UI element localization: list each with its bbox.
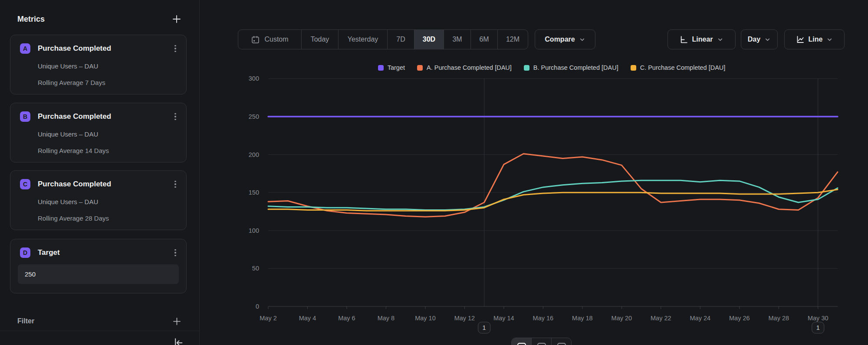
annotation-badge-label: 1 xyxy=(816,324,820,331)
x-axis-tick-label: May 8 xyxy=(378,315,395,322)
y-axis-tick-label: 200 xyxy=(249,151,259,158)
x-axis-tick-label: May 6 xyxy=(338,315,355,322)
y-axis-tick-label: 50 xyxy=(252,265,259,272)
line-chart-plot[interactable]: 050100150200250300May 2May 4May 6May 8Ma… xyxy=(0,0,868,345)
y-axis-tick-label: 100 xyxy=(249,227,259,234)
x-axis-tick-label: May 24 xyxy=(690,315,711,322)
x-axis-tick-label: May 4 xyxy=(299,315,316,322)
x-axis-tick-label: May 18 xyxy=(572,315,593,322)
x-axis-tick-label: May 12 xyxy=(454,315,475,322)
x-axis-tick-label: May 20 xyxy=(612,315,632,322)
series-line[interactable] xyxy=(268,180,838,210)
y-axis-tick-label: 300 xyxy=(249,75,259,82)
x-axis-tick-label: May 30 xyxy=(808,315,829,322)
view-chart-button[interactable] xyxy=(512,338,532,345)
x-axis-tick-label: May 28 xyxy=(768,315,789,322)
x-axis-tick-label: May 2 xyxy=(260,315,277,322)
x-axis-tick-label: May 26 xyxy=(729,315,750,322)
panel-plain-icon xyxy=(557,342,566,345)
y-axis-tick-label: 150 xyxy=(249,189,259,196)
x-axis-tick-label: May 14 xyxy=(493,315,514,322)
bottom-view-switcher xyxy=(511,338,572,345)
view-table-button[interactable] xyxy=(532,338,552,345)
x-axis-tick-label: May 16 xyxy=(533,315,554,322)
x-axis-tick-label: May 10 xyxy=(415,315,436,322)
y-axis-tick-label: 250 xyxy=(249,113,259,120)
panel-icon xyxy=(517,342,526,345)
y-axis-tick-label: 0 xyxy=(256,303,259,310)
annotation-badge-label: 1 xyxy=(483,324,486,331)
panel-rows-icon xyxy=(537,342,546,345)
x-axis-tick-label: May 22 xyxy=(651,315,671,322)
view-split-button[interactable] xyxy=(552,338,571,345)
